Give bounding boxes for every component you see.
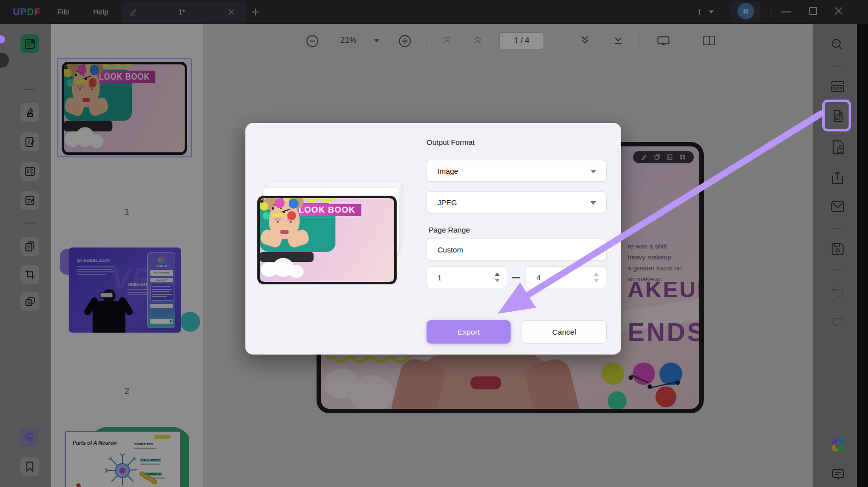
range-from-input[interactable]: 1 <box>426 266 507 288</box>
subformat-value: JPEG <box>437 198 457 207</box>
lookbook-banner: LOOK BOOK <box>293 204 361 216</box>
export-dialog: LOOK BOOK MAKEUP TRENDS Output Format <box>245 123 621 355</box>
output-format-label: Output Format <box>427 138 475 146</box>
cancel-button[interactable]: Cancel <box>522 320 607 344</box>
export-preview-image: LOOK BOOK MAKEUP TRENDS <box>257 196 397 284</box>
stepper[interactable] <box>594 271 600 284</box>
range-mode-select[interactable]: Custom <box>426 239 607 260</box>
stepper-up-icon <box>594 272 599 276</box>
stepper[interactable] <box>495 271 501 284</box>
range-to-input[interactable]: 4 <box>525 266 606 288</box>
format-select[interactable]: Image <box>426 160 607 182</box>
page-artwork: LOOK BOOK MAKEUP TRENDS <box>260 198 394 282</box>
format-value: Image <box>437 167 458 175</box>
range-mode-value: Custom <box>437 245 463 254</box>
updf-app-window: { "app": { "logo_letters": ["U","P","D",… <box>0 0 868 487</box>
chevron-down-icon <box>590 201 596 205</box>
tool-highlight-box <box>822 100 851 131</box>
range-to-value: 4 <box>537 273 541 282</box>
subformat-select[interactable]: JPEG <box>426 191 607 213</box>
stepper-down-icon <box>495 279 500 282</box>
range-from-value: 1 <box>437 273 441 282</box>
stepper-down-icon <box>594 279 599 282</box>
range-dash <box>512 277 520 278</box>
export-button[interactable]: Export <box>427 320 511 344</box>
chevron-down-icon <box>590 170 596 173</box>
page-range-label: Page Range <box>429 226 470 234</box>
stepper-up-icon <box>495 272 500 276</box>
